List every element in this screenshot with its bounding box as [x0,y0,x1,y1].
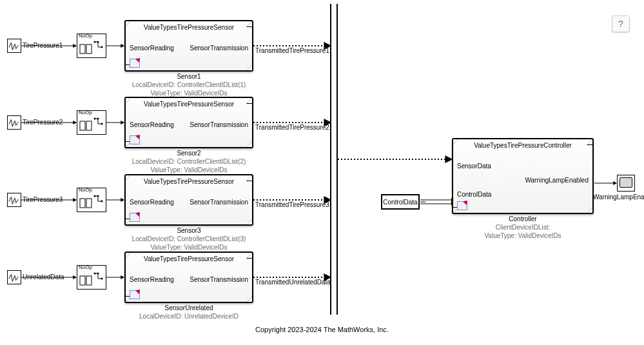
source-label-3: TirePressure3 [23,196,63,203]
svg-point-37 [101,278,103,280]
signal-label-3: TransmittedTirePressure3 [255,201,329,208]
model-reference-icon [457,201,467,210]
svg-point-25 [94,118,96,120]
sensor-name-3: Sensor3 [124,227,253,234]
source-block-4[interactable] [7,270,21,284]
svg-rect-23 [80,121,85,130]
controller-block[interactable]: ValueTypesTirePressureController SensorD… [452,138,594,214]
sensor-block-3[interactable]: ValueTypesTirePressureSensor SensorReadi… [124,174,253,226]
sensor-block-1[interactable]: ValueTypesTirePressureSensor SensorReadi… [124,20,253,72]
sensor-port-in: SensorReading [130,276,174,283]
svg-point-36 [97,273,99,275]
sensor-type-title: ValueTypesTirePressureSensor [126,178,252,185]
svg-point-30 [94,195,96,197]
sensor-port-out: SensorTransmission [190,121,248,128]
sensor-block-2[interactable]: ValueTypesTirePressureSensor SensorReadi… [124,97,253,148]
noop-block-1[interactable]: NoOp [77,34,106,58]
sensor-name-4: SensorUnrelated [124,304,253,311]
controller-port-out: WarningLampEnabled [525,177,589,184]
svg-rect-33 [80,276,85,285]
help-button[interactable]: ? [612,15,630,32]
scope-label: WarningLampEnabled [593,193,644,201]
controller-param-a: ClientDeviceIDList: [452,224,594,231]
source-label-1: TirePressure1 [23,42,63,49]
svg-rect-24 [86,121,92,130]
noop-label: NoOp [79,110,92,115]
scope-block[interactable] [617,175,635,192]
svg-rect-18 [80,44,85,54]
svg-point-35 [94,273,96,275]
sensor-port-in: SensorReading [130,44,174,52]
sensor-port-out: SensorTransmission [190,44,248,52]
svg-rect-28 [80,199,85,208]
model-reference-icon [130,213,140,222]
sensor-type-title: ValueTypesTirePressureSensor [126,24,252,31]
svg-rect-19 [86,44,92,54]
sensor-name-2: Sensor2 [124,150,253,157]
sensor-block-4[interactable]: ValueTypesTirePressureSensor SensorReadi… [124,251,253,303]
source-block-2[interactable] [7,115,21,130]
svg-rect-29 [86,199,92,208]
controller-port-in2: ControlData [457,191,491,198]
mux-bar-left [330,4,331,315]
noop-block-3[interactable]: NoOp [77,188,106,212]
sensor-port-in: SensorReading [130,199,174,206]
source-block-1[interactable] [7,39,21,53]
noop-block-2[interactable]: NoOp [77,110,106,135]
sensor-port-out: SensorTransmission [190,199,248,206]
noop-label: NoOp [79,264,92,270]
controller-port-in1: SensorData [457,163,491,170]
controller-param-b: ValueType: ValidDeviceIDs [452,232,594,239]
sensor-param-2b: ValueType: ValidDeviceIDs [103,166,275,173]
controller-name: Controller [452,215,594,222]
noop-block-4[interactable]: NoOp [77,265,106,290]
svg-point-27 [101,123,103,125]
signal-label-1: TransmittedTirePressure1 [255,47,329,54]
sensor-name-1: Sensor1 [124,73,253,80]
sensor-param-1b: ValueType: ValidDeviceIDs [103,90,275,97]
source-block-3[interactable] [7,193,21,207]
diagram-canvas: ? [0,0,644,345]
mux-bar-right [337,4,338,315]
signal-label-2: TransmittedTirePressure2 [255,124,329,131]
svg-point-31 [97,195,99,197]
model-reference-icon [130,290,140,299]
control-data-constant[interactable]: ControlData [381,194,420,210]
sensor-param-3b: ValueType: ValidDeviceIDs [103,244,275,251]
sensor-param-1a: LocalDeviceID: ControllerClientIDList(1) [103,81,275,88]
svg-point-21 [97,41,99,43]
sensor-param-4a: LocalDeviceID: UnrelatedDeviceID [103,313,275,320]
svg-point-20 [94,41,96,43]
copyright-text: Copyright 2023-2024 The MathWorks, Inc. [0,326,644,333]
noop-label: NoOp [79,33,92,39]
source-label-2: TirePressure2 [23,119,63,126]
sensor-type-title: ValueTypesTirePressureSensor [126,255,252,262]
model-reference-icon [130,135,140,144]
sensor-type-title: ValueTypesTirePressureSensor [126,101,252,108]
svg-point-26 [97,118,99,120]
svg-point-22 [101,46,103,48]
sensor-port-in: SensorReading [130,121,174,128]
sensor-param-3a: LocalDeviceID: ControllerClientIDList(3) [103,235,275,242]
sensor-port-out: SensorTransmission [190,276,248,283]
sensor-param-2a: LocalDeviceID: ControllerClientIDList(2) [103,158,275,165]
controller-type-title: ValueTypesTirePressureController [453,142,592,149]
model-reference-icon [130,59,140,68]
signal-label-4: TransmittedUnrelatedData [255,279,331,286]
svg-point-32 [101,201,103,202]
noop-label: NoOp [79,187,92,193]
source-label-4: UnrelatedData [23,273,64,281]
svg-rect-34 [86,276,92,285]
